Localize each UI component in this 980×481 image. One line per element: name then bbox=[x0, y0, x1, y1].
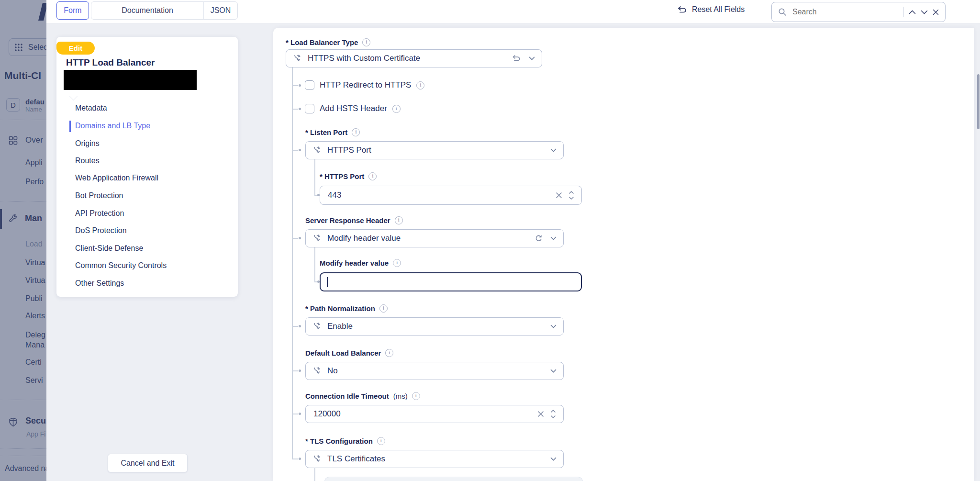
tree-dot bbox=[299, 237, 301, 239]
tree-dot bbox=[299, 325, 301, 327]
active-nav-indicator bbox=[69, 121, 71, 132]
search-input[interactable] bbox=[791, 7, 899, 17]
form-nav-bot-protection[interactable]: Bot Protection bbox=[75, 191, 123, 200]
form-nav-api-protection[interactable]: API Protection bbox=[75, 209, 124, 218]
number-stepper-icon[interactable] bbox=[550, 409, 557, 419]
tree-dot bbox=[299, 369, 301, 372]
nested-section-panel bbox=[324, 477, 583, 481]
reset-icon bbox=[677, 5, 687, 14]
chevron-down-icon[interactable] bbox=[550, 369, 557, 373]
search-icon bbox=[778, 8, 787, 16]
tree-trunk-listen-port bbox=[314, 159, 315, 195]
chevron-down-icon[interactable] bbox=[550, 148, 557, 152]
info-icon[interactable]: i bbox=[362, 38, 370, 46]
tree-connector bbox=[292, 238, 298, 239]
server-response-header-select[interactable]: Modify header value bbox=[305, 229, 564, 247]
tree-dot bbox=[299, 413, 301, 415]
clear-icon[interactable] bbox=[537, 411, 544, 417]
form-nav-origins[interactable]: Origins bbox=[75, 139, 100, 148]
text-cursor bbox=[327, 277, 328, 287]
info-icon[interactable]: i bbox=[352, 128, 360, 136]
info-icon[interactable]: i bbox=[395, 216, 403, 224]
tree-connector bbox=[292, 109, 298, 110]
search-clear-icon[interactable] bbox=[933, 9, 939, 15]
tree-connector bbox=[292, 150, 298, 151]
info-icon[interactable]: i bbox=[385, 349, 393, 357]
listen-port-select[interactable]: HTTPS Port bbox=[305, 141, 564, 159]
reset-all-fields-button[interactable]: Reset All Fields bbox=[677, 5, 745, 14]
form-nav-metadata[interactable]: Metadata bbox=[75, 104, 107, 112]
hsts-label: Add HSTS Header bbox=[320, 104, 387, 113]
branch-select-icon bbox=[312, 322, 321, 331]
server-response-header-label: Server Response Header bbox=[305, 216, 390, 224]
form-nav-dos-protection[interactable]: DoS Protection bbox=[75, 226, 127, 235]
scrollbar-thumb[interactable] bbox=[977, 74, 980, 129]
server-response-header-value: Modify header value bbox=[327, 234, 401, 243]
panel-divider bbox=[56, 96, 238, 96]
idle-timeout-input[interactable] bbox=[312, 409, 532, 419]
branch-select-icon bbox=[312, 234, 321, 243]
form-nav-waf[interactable]: Web Application Firewall bbox=[75, 174, 158, 182]
form-nav-common-security-controls[interactable]: Common Security Controls bbox=[75, 261, 167, 270]
chevron-down-icon[interactable] bbox=[550, 236, 557, 240]
idle-timeout-unit: (ms) bbox=[393, 392, 408, 400]
tree-connector bbox=[292, 85, 298, 86]
edit-badge: Edit bbox=[56, 42, 95, 55]
modify-header-value-input[interactable] bbox=[320, 272, 582, 291]
refresh-icon[interactable] bbox=[535, 235, 543, 243]
number-stepper-icon[interactable] bbox=[568, 190, 575, 201]
redacted-block bbox=[64, 70, 197, 90]
branch-select-icon bbox=[312, 455, 321, 463]
search-divider bbox=[903, 7, 904, 17]
info-icon[interactable]: i bbox=[412, 392, 420, 400]
default-lb-value: No bbox=[327, 366, 338, 376]
cancel-and-exit-button[interactable]: Cancel and Exit bbox=[108, 454, 188, 472]
info-icon[interactable]: i bbox=[379, 304, 388, 313]
listen-port-label: * Listen Port bbox=[305, 128, 347, 136]
form-nav-routes[interactable]: Routes bbox=[75, 157, 100, 165]
form-nav-other-settings[interactable]: Other Settings bbox=[75, 279, 124, 288]
idle-timeout-field bbox=[305, 405, 564, 423]
search-box bbox=[771, 2, 946, 22]
search-next-icon[interactable] bbox=[921, 10, 928, 14]
tree-trunk-tls bbox=[314, 468, 315, 481]
info-icon[interactable]: i bbox=[392, 105, 401, 113]
tree-connector bbox=[292, 414, 298, 414]
chevron-down-icon[interactable] bbox=[529, 56, 535, 60]
tls-config-select[interactable]: TLS Certificates bbox=[305, 450, 564, 468]
info-icon[interactable]: i bbox=[416, 81, 424, 89]
path-normalization-value: Enable bbox=[327, 322, 353, 331]
idle-timeout-label: Connection Idle Timeout bbox=[305, 392, 389, 400]
default-lb-select[interactable]: No bbox=[305, 362, 564, 380]
http-redirect-checkbox[interactable] bbox=[305, 80, 314, 90]
reset-field-icon[interactable] bbox=[512, 55, 521, 62]
info-icon[interactable]: i bbox=[393, 259, 401, 267]
tls-config-value: TLS Certificates bbox=[327, 454, 385, 464]
tab-json-label: JSON bbox=[211, 6, 231, 15]
tab-form[interactable]: Form bbox=[56, 1, 89, 20]
reset-all-fields-label: Reset All Fields bbox=[692, 5, 745, 14]
chevron-down-icon[interactable] bbox=[550, 324, 557, 328]
info-icon[interactable]: i bbox=[368, 172, 377, 180]
https-port-field bbox=[320, 186, 582, 205]
listen-port-value: HTTPS Port bbox=[327, 145, 371, 155]
cancel-and-exit-label: Cancel and Exit bbox=[121, 459, 174, 468]
tab-json[interactable]: JSON bbox=[203, 2, 237, 19]
tree-trunk-response-header bbox=[314, 247, 315, 281]
lb-type-label: * Load Balancer Type bbox=[286, 38, 358, 46]
https-port-label: * HTTPS Port bbox=[320, 172, 364, 180]
form-nav-client-side-defense[interactable]: Client-Side Defense bbox=[75, 244, 143, 253]
info-icon[interactable]: i bbox=[377, 437, 385, 445]
search-prev-icon[interactable] bbox=[909, 10, 916, 14]
hsts-checkbox[interactable] bbox=[305, 104, 314, 113]
path-normalization-select[interactable]: Enable bbox=[305, 317, 564, 336]
lb-type-select[interactable]: HTTPS with Custom Certificate bbox=[286, 49, 542, 67]
chevron-down-icon[interactable] bbox=[550, 457, 557, 461]
https-port-input[interactable] bbox=[327, 190, 550, 201]
modify-header-value-label: Modify header value bbox=[320, 259, 389, 267]
http-redirect-label: HTTP Redirect to HTTPS bbox=[320, 80, 411, 90]
tab-documentation[interactable]: Documentation bbox=[91, 2, 203, 19]
form-nav-domains-lb-type[interactable]: Domains and LB Type bbox=[75, 122, 150, 130]
clear-icon[interactable] bbox=[556, 192, 562, 199]
path-normalization-label: * Path Normalization bbox=[305, 304, 375, 313]
